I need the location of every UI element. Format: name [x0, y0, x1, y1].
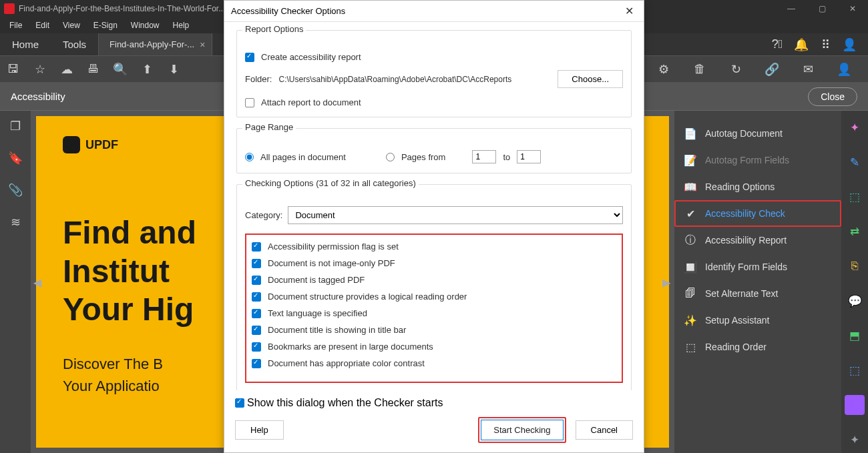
to-label: to: [503, 152, 510, 162]
panel-item-accessibility-report[interactable]: ⓘAccessibility Report: [674, 227, 841, 254]
gear-icon[interactable]: ⚙: [650, 62, 677, 77]
panel-item-icon: 📄: [684, 127, 697, 140]
panel-item-icon: ⬚: [684, 340, 697, 354]
create-report-checkbox[interactable]: [245, 53, 254, 62]
nav-tools[interactable]: Tools: [51, 33, 98, 55]
folder-label: Folder:: [245, 74, 272, 84]
rail-tool-9[interactable]: ✦: [845, 430, 865, 450]
attachments-panel-icon[interactable]: 📎: [8, 183, 23, 197]
nav-home[interactable]: Home: [0, 33, 51, 55]
show-dialog-checkbox[interactable]: [235, 398, 244, 408]
help-icon[interactable]: ?⃝: [771, 38, 784, 51]
panel-item-set-alternate-text[interactable]: 🗐Set Alternate Text: [674, 280, 841, 307]
check-6[interactable]: [252, 342, 261, 352]
panel-item-icon: ✔: [684, 207, 697, 220]
page-from-input[interactable]: [472, 150, 496, 163]
pages-from-radio[interactable]: [386, 153, 395, 161]
save-icon[interactable]: 🖫: [0, 62, 27, 76]
star-icon[interactable]: ☆: [27, 62, 53, 77]
rail-tool-4[interactable]: ⎘: [845, 256, 865, 276]
category-select[interactable]: Document: [288, 206, 623, 224]
dialog-close-button[interactable]: ✕: [621, 5, 637, 17]
attach-report-checkbox[interactable]: [245, 98, 254, 107]
menu-file[interactable]: File: [3, 19, 29, 32]
menu-esign[interactable]: E-Sign: [87, 19, 124, 32]
account-icon[interactable]: 👤: [831, 62, 857, 77]
tool-close-button[interactable]: Close: [808, 87, 857, 106]
rail-tool-1[interactable]: ✎: [845, 152, 865, 172]
trash-icon[interactable]: 🗑: [686, 62, 713, 77]
all-pages-radio[interactable]: [245, 153, 254, 161]
zoom-icon[interactable]: 🔍: [107, 62, 134, 77]
user-icon[interactable]: 👤: [843, 38, 856, 51]
panel-item-label: Accessibility Report: [705, 235, 787, 246]
bookmarks-panel-icon[interactable]: 🔖: [8, 151, 23, 165]
panel-item-label: Reading Order: [705, 342, 767, 352]
panel-item-reading-options[interactable]: 📖Reading Options: [674, 173, 841, 200]
check-4[interactable]: [252, 309, 261, 318]
page-to-input[interactable]: [517, 150, 541, 163]
print-icon[interactable]: 🖶: [80, 62, 107, 76]
checking-options-group: Checking Options (31 of 32 in all catego…: [236, 184, 632, 390]
up-icon[interactable]: ⬆: [134, 62, 160, 77]
page-prev-icon[interactable]: ◀: [33, 276, 41, 288]
minimize-button[interactable]: —: [776, 0, 807, 17]
apps-icon[interactable]: ⠿: [819, 38, 832, 51]
choose-folder-button[interactable]: Choose...: [558, 70, 623, 88]
panel-item-accessibility-check[interactable]: ✔Accessibility Check: [674, 200, 841, 227]
accessibility-checker-dialog: Accessibility Checker Options ✕ Report O…: [224, 0, 644, 453]
check-label-3: Document structure provides a logical re…: [268, 292, 467, 302]
pages-panel-icon[interactable]: ❐: [10, 119, 21, 133]
updf-logo-icon: [63, 136, 80, 153]
document-tab[interactable]: Find-and-Apply-For-... ×: [98, 33, 212, 55]
bell-icon[interactable]: 🔔: [795, 38, 808, 51]
category-label: Category:: [245, 210, 282, 220]
menu-help[interactable]: Help: [166, 19, 196, 32]
show-dialog-label: Show this dialog when the Checker starts: [247, 397, 443, 409]
window-close-button[interactable]: ✕: [837, 0, 868, 17]
report-legend: Report Options: [242, 24, 306, 34]
menu-window[interactable]: Window: [124, 19, 166, 32]
maximize-button[interactable]: ▢: [807, 0, 837, 17]
rail-tool-0[interactable]: ✦: [845, 117, 865, 137]
start-checking-button[interactable]: Start Checking: [481, 420, 563, 440]
check-5[interactable]: [252, 326, 261, 335]
help-button[interactable]: Help: [235, 420, 284, 440]
tab-close-icon[interactable]: ×: [200, 39, 205, 50]
panel-item-autotag-document[interactable]: 📄Autotag Document: [674, 120, 841, 147]
refresh-icon[interactable]: ↻: [722, 62, 749, 77]
rail-tool-6[interactable]: ⬒: [845, 326, 865, 346]
cancel-button[interactable]: Cancel: [576, 420, 633, 440]
rail-tool-8[interactable]: ◉: [845, 395, 865, 415]
panel-item-reading-order[interactable]: ⬚Reading Order: [674, 334, 841, 360]
link-icon[interactable]: 🔗: [758, 62, 785, 77]
panel-item-label: Autotag Document: [705, 128, 783, 139]
panel-item-setup-assistant[interactable]: ✨Setup Assistant: [674, 307, 841, 334]
down-icon[interactable]: ⬇: [160, 62, 187, 77]
accessibility-panel: 📄Autotag Document📝Autotag Form Fields📖Re…: [674, 111, 841, 453]
panel-item-icon: 🗐: [684, 287, 697, 300]
brand-label: UPDF: [85, 138, 118, 152]
report-options-group: Report Options Create accessibility repo…: [236, 30, 632, 117]
layers-panel-icon[interactable]: ≋: [11, 215, 21, 230]
menu-edit[interactable]: Edit: [29, 19, 56, 32]
check-0[interactable]: [252, 242, 261, 252]
panel-item-icon: ✨: [684, 314, 697, 327]
cloud-icon[interactable]: ☁: [53, 62, 80, 77]
panel-item-autotag-form-fields[interactable]: 📝Autotag Form Fields: [674, 147, 841, 173]
check-3[interactable]: [252, 292, 261, 302]
check-7[interactable]: [252, 359, 261, 368]
all-pages-label: All pages in document: [260, 152, 346, 162]
rail-tool-5[interactable]: 💬: [845, 291, 865, 311]
rail-tool-2[interactable]: ⬚: [845, 187, 865, 207]
panel-item-identify-form-fields[interactable]: 🔲Identify Form Fields: [674, 254, 841, 280]
page-next-icon[interactable]: ▶: [662, 276, 670, 288]
rail-tool-3[interactable]: ⇄: [845, 221, 865, 242]
menu-view[interactable]: View: [56, 19, 87, 32]
check-2[interactable]: [252, 276, 261, 285]
attach-report-label: Attach report to document: [261, 97, 361, 107]
rail-tool-7[interactable]: ⬚: [845, 360, 865, 380]
check-1[interactable]: [252, 259, 261, 268]
mail-icon[interactable]: ✉: [795, 62, 821, 77]
panel-item-icon: 📖: [684, 180, 697, 193]
